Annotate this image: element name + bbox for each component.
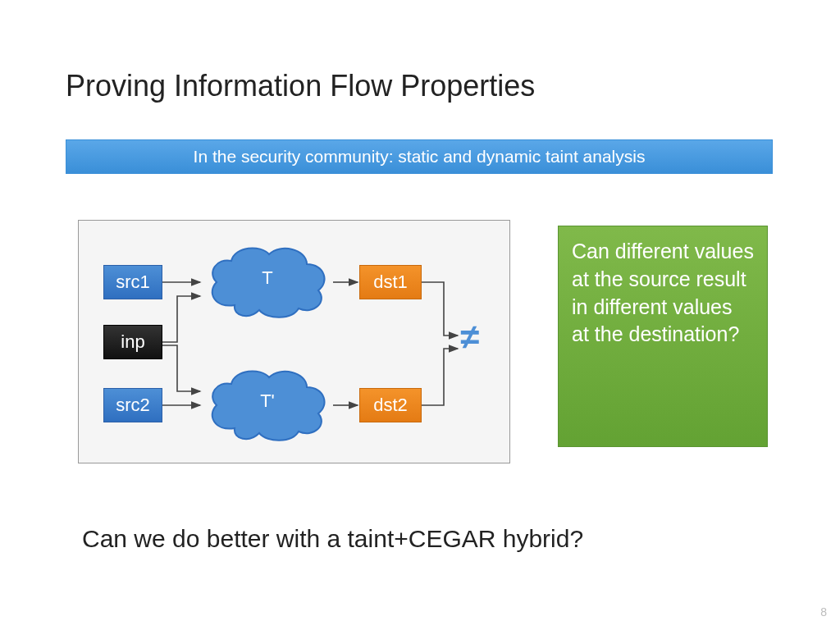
cloud-T-label: T <box>202 267 333 289</box>
callout-text: Can different values at the source resul… <box>572 240 754 345</box>
diagram-panel: src1 inp src2 T T' dst1 dst2 <box>78 220 510 463</box>
banner-bar: In the security community: static and dy… <box>66 139 773 174</box>
cloud-Tprime: T' <box>202 364 333 446</box>
node-src2: src2 <box>103 388 162 422</box>
not-equal-symbol: ≠ <box>460 317 479 356</box>
node-src2-label: src2 <box>116 395 150 416</box>
cloud-T: T <box>202 241 333 323</box>
not-equal-icon: ≠ <box>460 317 479 357</box>
slide: Proving Information Flow Properties In t… <box>0 0 840 630</box>
node-src1-label: src1 <box>116 272 150 293</box>
bottom-question: Can we do better with a taint+CEGAR hybr… <box>82 525 583 553</box>
slide-title: Proving Information Flow Properties <box>66 69 535 103</box>
node-dst2-label: dst2 <box>373 395 408 416</box>
node-dst1-label: dst1 <box>373 272 408 293</box>
cloud-Tprime-label: T' <box>202 390 333 412</box>
banner-text: In the security community: static and dy… <box>194 147 646 167</box>
node-inp: inp <box>103 325 162 359</box>
callout-box: Can different values at the source resul… <box>558 226 768 447</box>
node-dst1: dst1 <box>359 265 422 299</box>
node-dst2: dst2 <box>359 388 422 422</box>
page-number: 8 <box>820 605 827 619</box>
node-src1: src1 <box>103 265 162 299</box>
node-inp-label: inp <box>121 331 144 353</box>
